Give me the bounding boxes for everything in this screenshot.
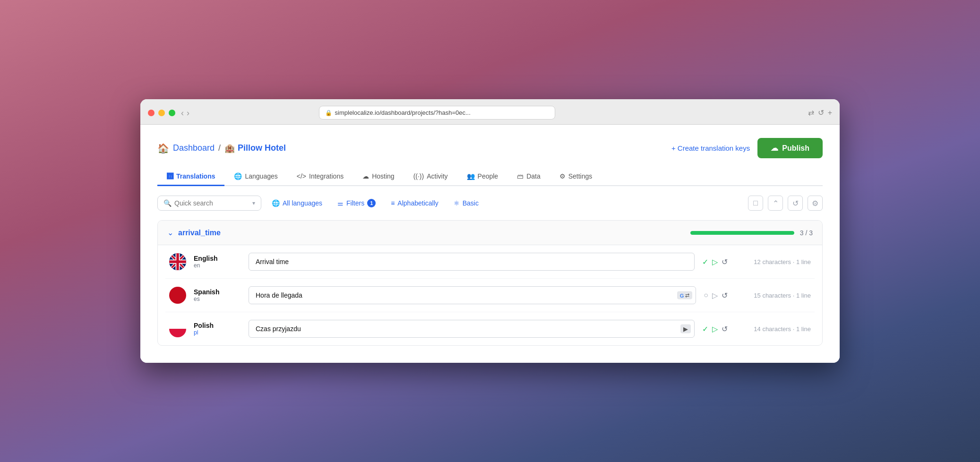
translate-icon-badge: ⇄ [685, 292, 689, 299]
tab-settings[interactable]: ⚙ Settings [550, 168, 602, 186]
flag-uk [169, 253, 186, 270]
globe-icon: 🌐 [272, 199, 280, 207]
play-icon-es[interactable]: ▷ [712, 291, 718, 300]
tab-languages-label: Languages [245, 172, 277, 180]
tab-people[interactable]: 👥 People [457, 168, 508, 186]
progress-total: 3 [809, 229, 813, 237]
sort-button[interactable]: ≡ Alphabetically [386, 197, 443, 210]
sort-icon: ≡ [391, 199, 395, 207]
tab-data[interactable]: 🗃 Data [507, 168, 550, 186]
traffic-lights [148, 110, 175, 116]
browser-window: ‹ › 🔒 simplelocalize.io/dashboard/projec… [140, 99, 840, 363]
url-text: simplelocalize.io/dashboard/projects/?ha… [335, 109, 549, 116]
close-button[interactable] [148, 110, 155, 116]
tab-translations[interactable]: 🅰 Translations [157, 168, 224, 186]
row-actions-es: ○ ▷ ↺ [704, 291, 728, 300]
home-icon: 🏠 [157, 143, 169, 154]
filters-button[interactable]: ⚌ Filters 1 [333, 196, 380, 210]
progress-current: 3 [800, 229, 804, 237]
tab-languages[interactable]: 🌐 Languages [224, 168, 287, 186]
view-label: Basic [463, 199, 479, 207]
publish-label: Publish [782, 144, 809, 153]
filter-icon: ⚌ [337, 199, 344, 207]
view-button[interactable]: ⚛ Basic [449, 197, 483, 210]
address-bar[interactable]: 🔒 simplelocalize.io/dashboard/projects/?… [319, 106, 555, 120]
dashboard-link[interactable]: Dashboard [173, 143, 215, 153]
minimize-button[interactable] [158, 110, 165, 116]
nav-arrows: ‹ › [181, 109, 189, 117]
activity-icon: ((·)) [413, 172, 424, 180]
sort-label: Alphabetically [397, 199, 438, 207]
play-icon-en[interactable]: ▷ [712, 257, 718, 266]
history-icon-es[interactable]: ↺ [722, 291, 728, 300]
status-pending-icon-es: ○ [704, 291, 708, 299]
lang-code-pl: pl [194, 329, 241, 336]
search-icon: 🔍 [163, 199, 172, 207]
tab-integrations[interactable]: </> Integrations [287, 168, 353, 186]
header-actions: + Create translation keys ☁ Publish [671, 138, 823, 158]
breadcrumb-separator: / [218, 143, 221, 153]
translation-input-pl[interactable] [249, 320, 695, 338]
tab-activity[interactable]: ((·)) Activity [404, 168, 457, 186]
history-icon-en[interactable]: ↺ [722, 257, 728, 266]
row-meta-en: 12 characters · 1 line [735, 258, 811, 265]
collapse-button[interactable]: ⌃ [768, 196, 783, 211]
translation-input-es[interactable] [249, 286, 696, 304]
forward-arrow[interactable]: › [187, 109, 189, 117]
tab-data-label: Data [526, 172, 541, 180]
toolbar-right: □ ⌃ ↺ ⚙ [748, 196, 823, 211]
languages-icon: 🌐 [234, 172, 242, 180]
row-meta-es: 15 characters · 1 line [735, 292, 811, 299]
lang-code-en: en [194, 262, 241, 269]
publish-button[interactable]: ☁ Publish [757, 138, 823, 158]
lang-name-pl: Polish [194, 322, 241, 329]
nav-tabs: 🅰 Translations 🌐 Languages </> Integrati… [157, 168, 823, 186]
search-input[interactable] [174, 199, 249, 207]
progress-bar-fill [690, 231, 794, 235]
project-name: Pillow Hotel [238, 143, 286, 153]
translation-input-wrap-pl: ▶ [249, 320, 695, 338]
progress-text: 3 / 3 [800, 229, 813, 237]
maximize-button[interactable] [169, 110, 175, 116]
row-meta-pl: 14 characters · 1 line [735, 325, 811, 333]
reload-icon[interactable]: ↺ [818, 108, 824, 117]
lang-name-en: English [194, 255, 241, 262]
flag-pl [169, 320, 186, 337]
lang-code-es: es [194, 296, 241, 302]
history-icon-pl[interactable]: ↺ [722, 325, 728, 334]
group-chevron-icon[interactable]: ⌄ [167, 228, 173, 237]
publish-cloud-icon: ☁ [771, 144, 778, 153]
all-languages-button[interactable]: 🌐 All languages [267, 197, 327, 210]
tab-hosting-label: Hosting [372, 172, 394, 180]
browser-actions: ⇄ ↺ + [808, 108, 832, 117]
row-actions-en: ✓ ▷ ↺ [702, 257, 728, 266]
play-icon-pl[interactable]: ▷ [712, 325, 718, 334]
table-row: English en ✓ ▷ ↺ 12 characters · 1 line [165, 245, 815, 279]
tab-settings-label: Settings [568, 172, 593, 180]
create-translation-keys-button[interactable]: + Create translation keys [671, 144, 750, 152]
back-arrow[interactable]: ‹ [181, 109, 184, 117]
table-row: Spanish es G ⇄ ○ ▷ ↺ [165, 279, 815, 312]
lang-name-es: Spanish [194, 288, 241, 296]
group-header: ⌄ arrival_time 3 / 3 [158, 221, 822, 245]
translate-icon[interactable]: ⇄ [808, 108, 814, 117]
google-g-icon: G [680, 292, 684, 298]
search-dropdown-icon[interactable]: ▾ [252, 200, 255, 206]
search-wrap[interactable]: 🔍 ▾ [157, 196, 261, 211]
tab-hosting[interactable]: ☁ Hosting [353, 168, 404, 186]
expand-button[interactable]: □ [748, 196, 763, 211]
translations-icon: 🅰 [167, 172, 173, 180]
project-breadcrumb[interactable]: 🏨 Pillow Hotel [224, 143, 286, 154]
new-tab-icon[interactable]: + [828, 109, 832, 117]
filters-label: Filters [346, 199, 364, 207]
tab-translations-label: Translations [176, 172, 215, 180]
translation-group: ⌄ arrival_time 3 / 3 [157, 220, 823, 346]
refresh-button[interactable]: ↺ [788, 196, 803, 211]
settings-gear-button[interactable]: ⚙ [808, 196, 823, 211]
translation-input-en[interactable] [249, 253, 695, 271]
translation-input-wrap-en [249, 253, 695, 271]
tab-activity-label: Activity [427, 172, 447, 180]
lang-info-es: Spanish es [194, 288, 241, 302]
translation-rows: English en ✓ ▷ ↺ 12 characters · 1 line [158, 245, 822, 345]
group-progress: 3 / 3 [690, 229, 813, 237]
